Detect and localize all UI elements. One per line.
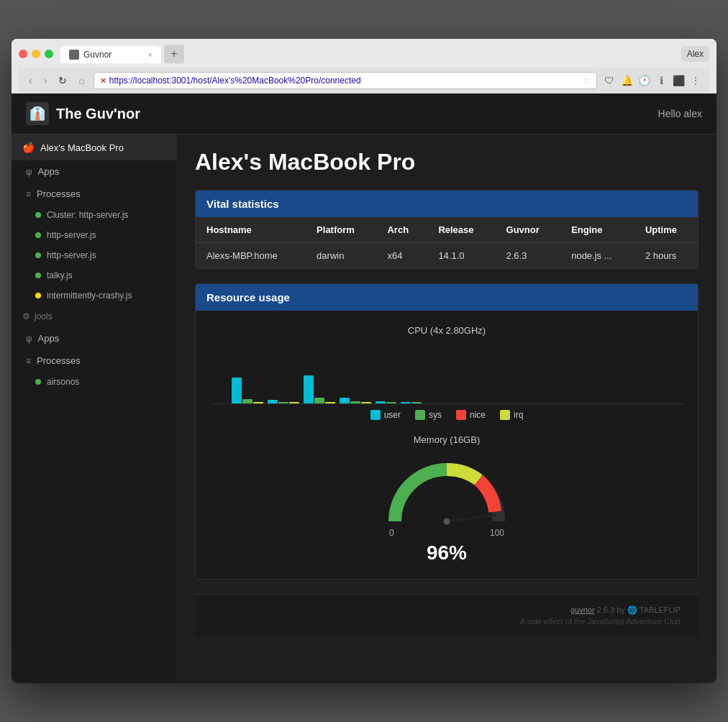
sidebar-host-label: Alex's MacBook Pro — [40, 142, 124, 153]
cell-uptime: 2 hours — [634, 243, 698, 269]
status-dot-cluster — [35, 212, 41, 218]
logo-icon: 👔 — [26, 102, 49, 125]
back-button[interactable]: ‹ — [26, 73, 35, 88]
close-button[interactable] — [19, 50, 27, 58]
new-tab-button[interactable]: + — [164, 45, 184, 63]
resource-usage-header: Resource usage — [196, 284, 698, 311]
sidebar-item-apps[interactable]: ψ Apps — [12, 160, 177, 183]
browser-chrome: Guvnor × + Alex ‹ › ↻ ⌂ ✕ https://localh… — [12, 39, 716, 93]
cpu-bar-core1-sys — [278, 402, 288, 403]
sidebar-sub-crashy-label: intermittently-crashy.js — [47, 291, 132, 301]
sidebar-group-jools[interactable]: ⚙ jools — [12, 306, 177, 327]
maximize-button[interactable] — [45, 50, 53, 58]
legend-sys: sys — [415, 410, 442, 420]
col-arch: Arch — [376, 217, 427, 243]
cell-release: 14.1.0 — [427, 243, 495, 269]
gauge-labels: 0 100 — [389, 528, 504, 538]
apps-icon: ψ — [26, 167, 32, 177]
cpu-core-group-4 — [376, 401, 396, 403]
cpu-bar-core0-sys — [242, 399, 252, 404]
sidebar-sub-airsonos[interactable]: airsonos — [12, 372, 177, 392]
stats-table: Hostname Platform Arch Release Guvnor En… — [196, 217, 698, 268]
extension-icon-5[interactable]: ⬛ — [672, 74, 685, 87]
home-button[interactable]: ⌂ — [76, 73, 87, 88]
col-platform: Platform — [306, 217, 376, 243]
minimize-button[interactable] — [32, 50, 40, 58]
processes-icon: ≡ — [26, 189, 31, 199]
tab-title: Guvnor — [83, 50, 112, 60]
resource-content: CPU (4x 2.80GHz) user sys — [196, 311, 698, 579]
cpu-bar-core4-sys — [386, 402, 396, 403]
footer-tagline: A side effect of the JavaScript Adventur… — [213, 617, 681, 626]
browser-titlebar: Guvnor × + Alex — [19, 45, 709, 63]
legend-color-sys — [415, 410, 425, 420]
legend-color-nice — [456, 410, 466, 420]
gear-icon: ⚙ — [22, 311, 30, 321]
sidebar-sub-http2[interactable]: http-server.js — [12, 245, 177, 265]
cpu-bar-core0-irq — [253, 402, 263, 403]
vital-stats-header: Vital statistics — [196, 191, 698, 217]
gauge-container: 0 100 96% — [210, 456, 683, 565]
sidebar-sub-talky[interactable]: talky.js — [12, 265, 177, 285]
cpu-bar-core3-sys — [350, 401, 360, 403]
extension-icon-2[interactable]: 🔔 — [620, 74, 633, 87]
legend-label-user: user — [384, 410, 401, 420]
cpu-core-group-0 — [232, 378, 263, 403]
toolbar-icons: 🛡 🔔 🕐 ℹ ⬛ ⋮ — [603, 74, 702, 87]
sidebar-item-jools-apps-label: Apps — [38, 333, 60, 344]
memory-title: Memory (16GB) — [210, 434, 683, 445]
sidebar-sub-talky-label: talky.js — [47, 270, 73, 280]
cpu-bar-core1-irq — [289, 402, 299, 403]
sidebar-sub-airsonos-label: airsonos — [47, 377, 79, 387]
sidebar-host-alex[interactable]: 🍎 Alex's MacBook Pro — [12, 134, 177, 160]
tab-guvnor[interactable]: Guvnor × — [60, 46, 161, 63]
sidebar-item-jools-apps[interactable]: ψ Apps — [12, 327, 177, 349]
col-release: Release — [427, 217, 495, 243]
cpu-core-group-3 — [340, 398, 371, 403]
gauge-max-label: 100 — [490, 528, 504, 538]
memory-section: Memory (16GB) — [210, 434, 683, 565]
cpu-chart-title: CPU (4x 2.80GHz) — [210, 325, 683, 336]
jools-processes-icon: ≡ — [26, 356, 31, 366]
cpu-bar-core2-user — [304, 375, 314, 403]
sidebar-item-jools-processes[interactable]: ≡ Processes — [12, 349, 177, 372]
status-dot-airsonos — [35, 379, 41, 385]
gauge-min-label: 0 — [389, 528, 394, 538]
legend-user: user — [370, 410, 401, 420]
sidebar-item-processes-label: Processes — [37, 188, 81, 199]
url-text: https://localhost:3001/host/Alex's%20Mac… — [109, 76, 361, 86]
greeting-text: Hello alex — [658, 108, 702, 119]
sidebar-sub-cluster[interactable]: Cluster: http-server.js — [12, 205, 177, 225]
cell-platform: darwin — [306, 243, 376, 269]
forward-button[interactable]: › — [41, 73, 50, 88]
tab-bar: Guvnor × + — [60, 45, 681, 63]
menu-icon[interactable]: ⋮ — [689, 74, 702, 87]
status-dot-crashy — [35, 293, 41, 298]
sidebar-item-jools-processes-label: Processes — [37, 355, 81, 366]
app-container: 👔 The Guv'nor Hello alex 🍎 Alex's MacBoo… — [12, 93, 716, 683]
sidebar-sub-crashy[interactable]: intermittently-crashy.js — [12, 285, 177, 306]
refresh-button[interactable]: ↻ — [55, 73, 70, 88]
extension-icon-4[interactable]: ℹ — [655, 74, 668, 87]
app-header: 👔 The Guv'nor Hello alex — [12, 93, 716, 134]
tab-favicon — [69, 50, 79, 60]
footer-link[interactable]: guvnor — [570, 606, 595, 614]
legend-color-irq — [500, 410, 510, 420]
bookmark-icon[interactable]: ☆ — [583, 76, 591, 86]
sidebar-item-processes[interactable]: ≡ Processes — [12, 183, 177, 205]
status-dot-http2 — [35, 252, 41, 258]
cpu-core-group-2 — [304, 375, 335, 403]
cpu-bar-core1-user — [268, 400, 278, 403]
tab-close-icon[interactable]: × — [148, 50, 153, 59]
footer-main: guvnor 2.6.3 by 🌐 TABLEFLIP — [213, 606, 681, 615]
sidebar-item-apps-label: Apps — [38, 166, 60, 177]
legend-label-irq: irq — [514, 410, 523, 420]
app-title: The Guv'nor — [56, 106, 140, 122]
sidebar-group-jools-label: jools — [35, 311, 53, 321]
status-dot-http1 — [35, 232, 41, 238]
extension-icon-3[interactable]: 🕐 — [637, 74, 650, 87]
sidebar-sub-http1[interactable]: http-server.js — [12, 225, 177, 245]
url-bar[interactable]: ✕ https://localhost:3001/host/Alex's%20M… — [94, 72, 597, 89]
extension-icon-1[interactable]: 🛡 — [603, 74, 616, 87]
stats-row: Alexs-MBP.home darwin x64 14.1.0 2.6.3 n… — [196, 243, 698, 269]
